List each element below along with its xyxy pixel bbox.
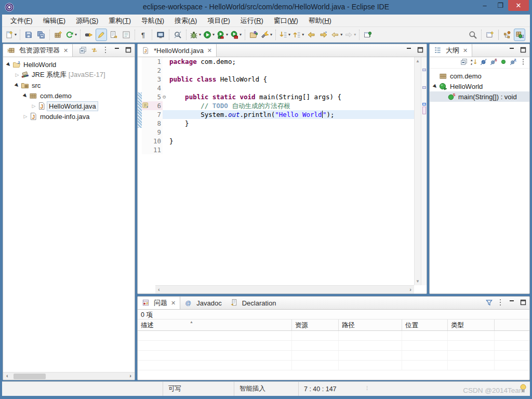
scroll-right-icon[interactable]: › (129, 373, 131, 379)
run-button[interactable]: ▾ (203, 29, 215, 41)
maximize-view-button[interactable] (519, 47, 527, 55)
new-wizard-button[interactable]: ▾ (5, 29, 17, 41)
code-text[interactable] (169, 128, 414, 137)
dropdown-caret-icon[interactable]: ▾ (212, 32, 215, 37)
filter-icon[interactable] (485, 299, 493, 308)
tree-item-com-demo[interactable]: com.demo (430, 71, 529, 81)
code-line-11[interactable]: 11 (138, 145, 414, 154)
code-line-1[interactable]: 1package com.demo; (138, 57, 414, 66)
tree-twisty-icon[interactable]: ▷ (30, 103, 37, 109)
boxed-page-button[interactable] (121, 29, 132, 41)
code-line-4[interactable]: 4 (138, 84, 414, 92)
view-menu-icon[interactable] (101, 46, 110, 55)
column-header-路径[interactable]: 路径 (339, 320, 402, 330)
collapse-all-button[interactable] (460, 58, 468, 67)
menu-item-h[interactable]: 帮助(H) (303, 15, 337, 27)
code-line-8[interactable]: 8 } (138, 119, 414, 128)
tree-item-helloworld-java[interactable]: ▷JHelloWorld.java (3, 101, 135, 111)
code-line-10[interactable]: 10} (138, 137, 414, 145)
tree-item-com-demo[interactable]: ▶com.demo (3, 90, 135, 101)
tree-twisty-icon[interactable]: ▶ (13, 81, 22, 90)
hide-static-button[interactable]: S (489, 58, 498, 67)
coverage-button[interactable]: ▾ (216, 29, 229, 41)
close-view-icon[interactable]: ✕ (463, 47, 468, 54)
tab-outline[interactable]: 大纲 ✕ (430, 44, 472, 57)
maximize-view-button[interactable] (519, 299, 527, 307)
search-button[interactable] (467, 29, 478, 41)
dropdown-caret-icon[interactable]: ▾ (199, 32, 201, 37)
view-menu-button[interactable] (519, 58, 527, 67)
next-annotation-button[interactable]: ▾ (278, 29, 291, 41)
menu-item-a[interactable]: 搜索(A) (169, 15, 202, 27)
editor-hscrollbar[interactable]: ‹ › (155, 285, 414, 294)
new-package-button[interactable] (52, 29, 64, 41)
tree-twisty-icon[interactable]: ▶ (431, 82, 440, 91)
debug-button[interactable]: ▾ (189, 29, 202, 41)
menu-item-w[interactable]: 窗口(W) (269, 15, 303, 27)
flashlight-button[interactable] (83, 29, 95, 41)
menu-item-f[interactable]: 文件(F) (5, 15, 38, 27)
dropdown-caret-icon[interactable]: ▾ (75, 32, 77, 37)
tab-problems[interactable]: 问题 ✕ (138, 297, 180, 309)
dropdown-caret-icon[interactable]: ▾ (270, 32, 272, 37)
task-marker-icon[interactable] (142, 101, 150, 110)
tree-twisty-icon[interactable]: ▷ (14, 72, 21, 77)
back-yellow-button[interactable] (305, 29, 317, 41)
perspective-java-button[interactable]: J (514, 29, 525, 41)
hide-fields-button[interactable] (480, 58, 488, 67)
code-line-7[interactable]: 7 System.out.println("Hello World"); (138, 110, 414, 119)
dropdown-caret-icon[interactable]: ▾ (340, 32, 342, 37)
tab-package-explorer[interactable]: 包资源管理器 ✕ (3, 44, 73, 57)
dropdown-caret-icon[interactable]: ▾ (354, 32, 356, 37)
code-line-5[interactable]: 5⊖ public static void main(String[] args… (138, 92, 414, 101)
back-history-button[interactable]: ▾ (330, 29, 343, 41)
save-all-button[interactable] (35, 29, 47, 41)
editor-vscrollbar[interactable]: ▲ ▼ (414, 57, 421, 285)
hide-nonpublic-button[interactable] (499, 58, 508, 67)
menu-item-e[interactable]: 编辑(E) (38, 15, 71, 27)
menu-item-r[interactable]: 运行(R) (235, 15, 269, 27)
minimize-editor-button[interactable] (405, 47, 413, 55)
scroll-down-icon[interactable]: ▼ (416, 279, 420, 284)
scroll-left-icon[interactable]: ‹ (158, 286, 160, 292)
code-text[interactable]: System.out.println("Hello World"); (169, 110, 414, 119)
open-folder-button[interactable] (248, 29, 259, 41)
no-search-button[interactable] (172, 29, 183, 41)
code-text[interactable] (169, 145, 414, 154)
tree-item-main-string-void[interactable]: Smain(String[]) : void (430, 91, 529, 102)
code-text[interactable]: } (169, 119, 414, 128)
package-explorer-hscrollbar[interactable]: ‹ › (3, 372, 135, 380)
view-menu-icon[interactable] (496, 299, 504, 308)
forward-yellow-button[interactable] (318, 29, 329, 41)
overview-marker[interactable] (422, 69, 426, 71)
console-button[interactable] (155, 29, 166, 41)
link-with-editor-button[interactable] (90, 46, 98, 56)
overview-ruler[interactable] (421, 57, 427, 285)
close-view-icon[interactable]: ✕ (63, 47, 68, 54)
code-line-6[interactable]: 6 // TODO 自动生成的方法存根 (138, 101, 414, 110)
maximize-view-button[interactable] (124, 47, 132, 55)
code-line-9[interactable]: 9 (138, 128, 414, 137)
pilcrow-button[interactable]: ¶ (138, 29, 149, 41)
open-perspective-button[interactable] (484, 29, 496, 41)
window-close-button[interactable]: ✕ (508, 0, 529, 11)
tab-helloworld-java[interactable]: J *HelloWorld.java ✕ (138, 44, 217, 57)
menu-item-p[interactable]: 项目(P) (202, 15, 235, 27)
column-header-描述[interactable]: 描述▲ (138, 320, 292, 330)
status-menu-icon[interactable]: ⁞ (366, 385, 368, 391)
scrollbar-thumb[interactable] (14, 374, 46, 379)
code-text[interactable]: public static void main(String[] args) { (169, 92, 414, 101)
torch-button[interactable]: ▾ (260, 29, 273, 41)
build-button[interactable]: ▾ (65, 29, 77, 41)
minimize-view-button[interactable] (508, 47, 516, 55)
code-text[interactable]: // TODO 自动生成的方法存根 (169, 101, 414, 110)
menu-item-n[interactable]: 导航(N) (136, 15, 169, 27)
fold-collapse-icon[interactable]: ⊖ (163, 92, 169, 101)
tree-item-helloworld[interactable]: ▶JHelloWorld (3, 59, 135, 70)
code-text[interactable]: package com.demo; (169, 57, 414, 66)
minimize-view-button[interactable] (113, 47, 121, 55)
tree-item-src[interactable]: ▶src (3, 80, 135, 90)
menu-item-s[interactable]: 源码(S) (71, 15, 103, 27)
overview-task-marker[interactable] (422, 103, 426, 105)
code-text[interactable]: public class HelloWorld { (169, 75, 414, 84)
